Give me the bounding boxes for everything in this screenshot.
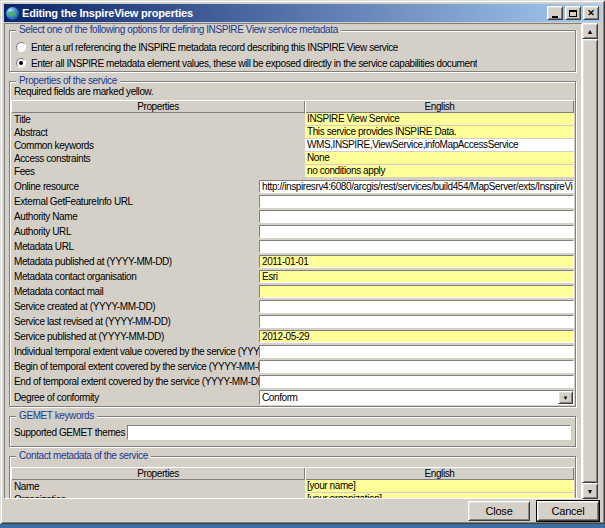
scroll-up-icon: ▲ bbox=[587, 28, 594, 35]
property-value-field[interactable]: None bbox=[305, 152, 574, 165]
column-header-english: English bbox=[305, 467, 574, 480]
form-field-row: Metadata URL bbox=[11, 239, 574, 254]
field-label: Service published at (YYYY-MM-DD) bbox=[11, 331, 259, 342]
maximize-icon bbox=[569, 10, 577, 17]
property-label: Access constraints bbox=[11, 152, 305, 165]
radio-button-icon[interactable] bbox=[16, 42, 26, 52]
field-label: Authority Name bbox=[11, 211, 259, 222]
field-label: Metadata contact mail bbox=[11, 286, 259, 297]
contact-group-title: Contact metadata of the service bbox=[16, 450, 151, 461]
field-input[interactable] bbox=[259, 240, 574, 253]
field-label: Authority URL bbox=[11, 226, 259, 237]
form-field-row: External GetFeatureInfo URL bbox=[11, 194, 574, 209]
field-label: End of temporal extent covered by the se… bbox=[11, 376, 259, 387]
field-input[interactable]: 2011-01-01 bbox=[259, 255, 574, 268]
globe-icon bbox=[6, 7, 19, 20]
property-value-field[interactable]: INSPIRE View Service bbox=[305, 113, 574, 126]
property-label: Abstract bbox=[11, 126, 305, 139]
column-header-properties: Properties bbox=[11, 467, 305, 480]
scroll-down-icon: ▼ bbox=[587, 488, 594, 495]
window-controls: ✕ bbox=[547, 6, 599, 20]
field-input[interactable] bbox=[259, 375, 574, 388]
button-bar: Close Cancel bbox=[468, 501, 599, 521]
close-icon: ✕ bbox=[587, 9, 595, 18]
form-field-row: Individual temporal extent value covered… bbox=[11, 344, 574, 359]
vertical-scrollbar[interactable]: ▲ ▼ bbox=[582, 23, 598, 499]
property-label: Fees bbox=[11, 165, 305, 178]
table-row: Title INSPIRE View Service bbox=[11, 113, 574, 126]
form-field-row: Metadata published at (YYYY-MM-DD) 2011-… bbox=[11, 254, 574, 269]
field-input[interactable] bbox=[259, 360, 574, 373]
field-label: Service last revised at (YYYY-MM-DD) bbox=[11, 316, 259, 327]
field-list: Online resource http://inspiresrv4:6080/… bbox=[11, 179, 574, 406]
field-input[interactable] bbox=[259, 315, 574, 328]
field-input[interactable]: http://inspiresrv4:6080/arcgis/rest/serv… bbox=[259, 180, 574, 193]
property-value-field[interactable]: This service provides INSPIRE Data. bbox=[305, 126, 574, 139]
table-row: Organization [your organization] bbox=[11, 493, 574, 498]
form-field-row: Service published at (YYYY-MM-DD) 2012-0… bbox=[11, 329, 574, 344]
conformity-selected-value: Conform bbox=[260, 391, 558, 404]
field-input[interactable] bbox=[259, 225, 574, 238]
property-value-field[interactable]: no conditions apply bbox=[305, 165, 574, 178]
minimize-icon bbox=[552, 16, 558, 18]
radio-button-icon[interactable] bbox=[16, 58, 26, 68]
radio-label: Enter all INSPIRE metadata element value… bbox=[31, 58, 477, 69]
contact-property-value-field[interactable]: [your name] bbox=[305, 480, 574, 493]
gemet-group-title: GEMET keywords bbox=[16, 410, 97, 421]
close-window-button[interactable]: ✕ bbox=[583, 6, 599, 20]
conformity-label: Degree of conformity bbox=[11, 392, 259, 403]
metadata-option-radio-row[interactable]: Enter a url referencing the INSPIRE meta… bbox=[16, 39, 569, 55]
required-fields-note: Required fields are marked yellow. bbox=[14, 86, 574, 98]
dropdown-button[interactable]: ▼ bbox=[558, 391, 573, 404]
table-row: Common keywords WMS,INSPIRE,ViewService,… bbox=[11, 139, 574, 152]
minimize-button[interactable] bbox=[547, 6, 563, 20]
scrollbar-thumb[interactable] bbox=[582, 39, 598, 483]
contact-property-value-field[interactable]: [your organization] bbox=[305, 493, 574, 498]
field-label: Begin of temporal extent covered by the … bbox=[11, 361, 259, 372]
field-label: Metadata URL bbox=[11, 241, 259, 252]
field-input[interactable] bbox=[259, 345, 574, 358]
form-field-row: Authority URL bbox=[11, 224, 574, 239]
properties-group-title: Properties of the service bbox=[16, 75, 120, 86]
table-row: Abstract This service provides INSPIRE D… bbox=[11, 126, 574, 139]
form-field-row: Online resource http://inspiresrv4:6080/… bbox=[11, 179, 574, 194]
form-field-row: End of temporal extent covered by the se… bbox=[11, 374, 574, 389]
maximize-button[interactable] bbox=[565, 6, 581, 20]
radio-label: Enter a url referencing the INSPIRE meta… bbox=[31, 42, 398, 53]
scroll-up-button[interactable]: ▲ bbox=[582, 23, 598, 39]
field-input[interactable]: 2012-05-29 bbox=[259, 330, 574, 343]
field-input[interactable] bbox=[259, 210, 574, 223]
field-input[interactable] bbox=[259, 195, 574, 208]
conformity-dropdown[interactable]: Conform ▼ bbox=[259, 390, 574, 405]
property-value-field[interactable]: WMS,INSPIRE,ViewService,infoMapAccessSer… bbox=[305, 139, 574, 152]
gemet-themes-label: Supported GEMET themes bbox=[14, 427, 125, 438]
contact-property-label: Organization bbox=[11, 493, 305, 498]
form-field-row: Service last revised at (YYYY-MM-DD) bbox=[11, 314, 574, 329]
field-label: Online resource bbox=[11, 181, 259, 192]
scroll-viewport: Select one of the following options for … bbox=[4, 23, 582, 499]
property-label: Title bbox=[11, 113, 305, 126]
field-label: External GetFeatureInfo URL bbox=[11, 196, 259, 207]
form-field-row: Authority Name bbox=[11, 209, 574, 224]
field-label: Metadata published at (YYYY-MM-DD) bbox=[11, 256, 259, 267]
field-input[interactable] bbox=[259, 300, 574, 313]
title-bar: Editing the InspireView properties ✕ bbox=[4, 4, 601, 22]
scroll-down-button[interactable]: ▼ bbox=[582, 483, 598, 499]
gemet-themes-input[interactable] bbox=[127, 425, 571, 440]
table-row: Fees no conditions apply bbox=[11, 165, 574, 178]
form-field-row: Service created at (YYYY-MM-DD) bbox=[11, 299, 574, 314]
property-label: Common keywords bbox=[11, 139, 305, 152]
contact-property-label: Name bbox=[11, 480, 305, 493]
table-row: Access constraints None bbox=[11, 152, 574, 165]
gemet-themes-row: Supported GEMET themes bbox=[14, 425, 571, 440]
metadata-option-radio-row[interactable]: Enter all INSPIRE metadata element value… bbox=[16, 55, 569, 71]
field-input[interactable]: Esri bbox=[259, 270, 574, 283]
chevron-down-icon: ▼ bbox=[563, 395, 569, 401]
field-input[interactable] bbox=[259, 285, 574, 298]
cancel-button[interactable]: Cancel bbox=[537, 501, 599, 521]
close-button[interactable]: Close bbox=[468, 501, 530, 521]
conformity-row: Degree of conformity Conform ▼ bbox=[11, 389, 574, 406]
column-header-properties: Properties bbox=[11, 100, 305, 113]
column-header-english: English bbox=[305, 100, 574, 113]
field-label: Metadata contact organisation bbox=[11, 271, 259, 282]
